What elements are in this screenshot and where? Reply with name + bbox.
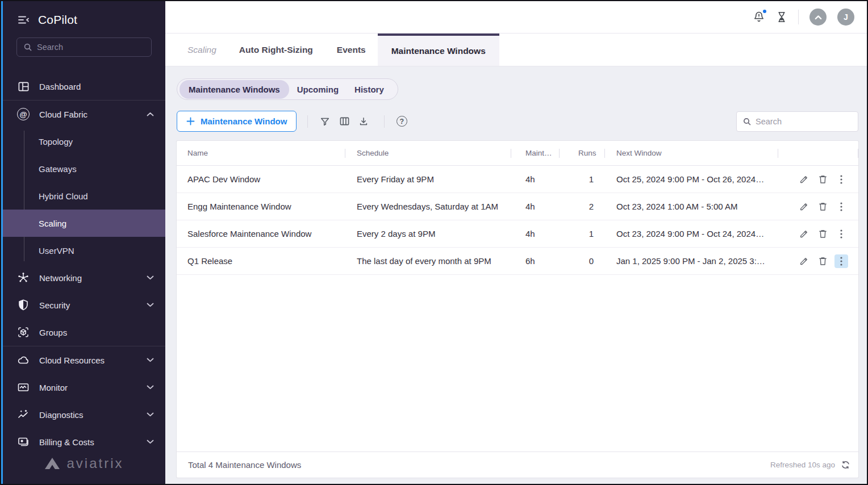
filter-icon[interactable] — [315, 112, 335, 131]
sidebar-item-label: Scaling — [39, 219, 66, 228]
add-maintenance-window-button[interactable]: Maintenance Window — [177, 111, 297, 132]
sidebar-item-scaling[interactable]: Scaling — [3, 210, 165, 237]
sidebar-item-networking[interactable]: Networking — [3, 264, 165, 291]
tab-bar: Scaling Auto Right-Sizing Events Mainten… — [165, 34, 867, 66]
view-switch: Maintenance Windows Upcoming History — [177, 78, 398, 100]
cell-maint: 6h — [511, 256, 560, 266]
avatar[interactable]: J — [837, 9, 854, 26]
cloud-fabric-submenu: Topology Gateways Hybrid Cloud Scaling U… — [3, 128, 165, 264]
column-header-maint[interactable]: Maint… — [511, 141, 560, 165]
tab-maintenance-windows[interactable]: Maintenance Windows — [378, 34, 499, 66]
table-row[interactable]: Engg Maintenance Window Every Wednesdays… — [177, 193, 858, 220]
sidebar-item-cloud-fabric[interactable]: @ Cloud Fabric — [3, 101, 165, 128]
refreshed-label: Refreshed 10s ago — [770, 461, 835, 469]
sidebar-item-label: Cloud Resources — [39, 356, 105, 365]
column-header-name[interactable]: Name — [177, 141, 345, 165]
tab-scaling[interactable]: Scaling — [177, 34, 227, 66]
columns-icon[interactable] — [335, 112, 354, 131]
sidebar-item-label: Dashboard — [39, 82, 81, 91]
column-header-runs[interactable]: Runs — [560, 141, 605, 165]
sidebar-search-input[interactable] — [37, 43, 144, 52]
more-actions-icon[interactable] — [834, 200, 848, 214]
cell-next-window: Oct 23, 2024 1:00 AM - 5:00 AM — [605, 202, 778, 211]
billing-icon — [17, 436, 30, 448]
total-count: Total 4 Maintenance Windows — [188, 460, 301, 470]
edit-icon[interactable] — [797, 227, 811, 241]
download-icon[interactable] — [354, 112, 373, 131]
table-search[interactable] — [736, 111, 858, 132]
column-header-next-window[interactable]: Next Window — [605, 141, 778, 165]
delete-icon[interactable] — [816, 200, 829, 214]
sidebar-item-hybrid-cloud[interactable]: Hybrid Cloud — [3, 182, 165, 210]
sidebar-item-topology[interactable]: Topology — [3, 128, 165, 155]
column-header-actions — [778, 141, 858, 165]
sidebar-item-dashboard[interactable]: Dashboard — [3, 73, 165, 100]
search-icon — [743, 118, 751, 126]
maintenance-windows-table: Name Schedule Maint… Runs Next Window AP… — [177, 141, 858, 478]
chevron-down-icon — [147, 440, 154, 444]
sidebar-header: CoPilot — [3, 1, 165, 34]
table-row[interactable]: APAC Dev Window Every Friday at 9PM 4h 1… — [177, 166, 858, 193]
view-switch-upcoming[interactable]: Upcoming — [289, 80, 347, 99]
pending-tasks-button[interactable] — [776, 10, 787, 24]
tab-auto-right-sizing[interactable]: Auto Right-Sizing — [227, 34, 325, 66]
cell-runs: 0 — [560, 256, 605, 266]
plus-icon — [186, 117, 195, 126]
table-row[interactable]: Salesforce Maintenance Window Every 2 da… — [177, 220, 858, 248]
scroll-top-button[interactable] — [809, 9, 827, 26]
sidebar-item-security[interactable]: Security — [3, 291, 165, 319]
sidebar-item-gateways[interactable]: Gateways — [3, 155, 165, 182]
table-search-input[interactable] — [756, 117, 852, 126]
help-glyph: ? — [400, 118, 404, 126]
more-actions-icon[interactable] — [834, 254, 848, 268]
diagnostics-icon — [17, 408, 30, 421]
sidebar-item-billing-costs[interactable]: Billing & Costs — [3, 428, 165, 455]
edit-icon[interactable] — [797, 200, 811, 214]
sidebar-item-diagnostics[interactable]: Diagnostics — [3, 401, 165, 428]
segment-label: History — [354, 85, 384, 94]
aviatrix-mark-icon — [44, 458, 60, 469]
sidebar-item-groups[interactable]: Groups — [3, 319, 165, 346]
sidebar-search[interactable] — [16, 37, 152, 57]
tab-label: Maintenance Windows — [391, 46, 486, 56]
cell-runs: 1 — [560, 174, 605, 184]
chevron-down-icon — [147, 275, 154, 280]
sidebar-item-label: Security — [39, 300, 70, 310]
sidebar-item-cloud-resources[interactable]: Cloud Resources — [3, 346, 165, 374]
dashboard-icon — [17, 80, 30, 93]
view-switch-history[interactable]: History — [347, 80, 392, 99]
cell-name: APAC Dev Window — [177, 174, 345, 184]
topbar-divider — [798, 10, 799, 24]
refresh-icon[interactable] — [841, 460, 850, 470]
sidebar-item-monitor[interactable]: Monitor — [3, 374, 165, 401]
table-row[interactable]: Q1 Release The last day of every month a… — [177, 248, 858, 275]
content-area: Maintenance Windows Upcoming History Mai… — [165, 66, 867, 484]
networking-icon — [17, 271, 30, 284]
notification-dot — [762, 9, 767, 14]
cell-maint: 4h — [511, 174, 560, 184]
cell-schedule: Every Wednesdays, Saturday at 1AM — [345, 202, 511, 211]
tab-events[interactable]: Events — [325, 34, 378, 66]
sidebar-item-uservpn[interactable]: UserVPN — [3, 237, 165, 264]
column-header-schedule[interactable]: Schedule — [345, 141, 511, 165]
delete-icon[interactable] — [816, 254, 829, 268]
view-switch-maintenance-windows[interactable]: Maintenance Windows — [180, 80, 289, 99]
segment-label: Upcoming — [297, 85, 339, 94]
help-icon[interactable]: ? — [392, 112, 411, 131]
cell-schedule: Every Friday at 9PM — [345, 174, 511, 184]
cell-schedule: Every 2 days at 9PM — [345, 229, 511, 239]
toolbar-divider — [384, 115, 385, 128]
delete-icon[interactable] — [816, 227, 829, 241]
tab-label: Auto Right-Sizing — [239, 45, 313, 55]
edit-icon[interactable] — [797, 173, 811, 186]
aviatrix-logo: aviatrix — [3, 455, 165, 484]
delete-icon[interactable] — [816, 173, 829, 186]
sidebar-item-label: Networking — [39, 273, 82, 283]
collapse-sidebar-icon[interactable] — [18, 15, 30, 24]
tab-label: Scaling — [187, 45, 216, 55]
app-window: CoPilot Dashboard @ C — [0, 0, 868, 485]
notifications-button[interactable] — [753, 10, 765, 24]
more-actions-icon[interactable] — [834, 227, 848, 241]
more-actions-icon[interactable] — [834, 173, 848, 186]
edit-icon[interactable] — [797, 254, 811, 268]
